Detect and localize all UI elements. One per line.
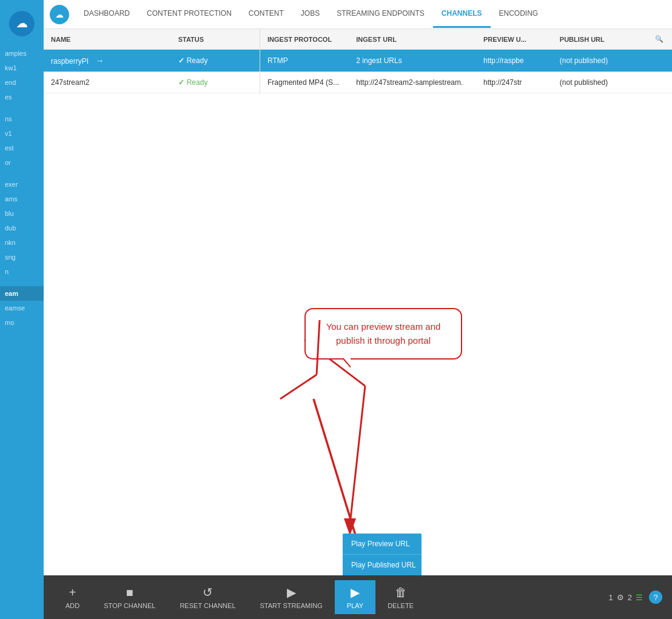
- delete-icon: 🗑: [395, 586, 407, 600]
- sidebar-item-est[interactable]: est: [0, 141, 44, 155]
- nav-encoding[interactable]: ENCODING: [491, 1, 547, 28]
- sidebar: ☁ amples kw1 end es ns v1 est or exer am…: [0, 0, 44, 619]
- reset-icon: ↺: [203, 585, 213, 600]
- table-row[interactable]: 247stream2 Ready Fragmented MP4 (S... ht…: [44, 72, 672, 93]
- svg-line-4: [317, 320, 320, 375]
- svg-line-1: [350, 386, 365, 524]
- search-icon-header[interactable]: 🔍: [648, 29, 672, 50]
- nav-dashboard[interactable]: DASHBOARD: [75, 1, 138, 28]
- sidebar-logo: ☁: [9, 11, 35, 36]
- callout-tail-outer: [342, 358, 351, 368]
- play-icon: ▶: [351, 585, 360, 600]
- list-icon[interactable]: ☰: [636, 593, 643, 602]
- toolbar-actions: + ADD ■ STOP CHANNEL ↺ RESET CHANNEL ▶ S…: [53, 580, 426, 614]
- sidebar-item-v1[interactable]: v1: [0, 126, 44, 141]
- bottom-toolbar: + ADD ■ STOP CHANNEL ↺ RESET CHANNEL ▶ S…: [44, 575, 672, 619]
- sidebar-section-2: exer ams blu dub nkn sng n: [0, 177, 44, 279]
- arrow-right-icon: →: [95, 56, 104, 65]
- callout-tail-inner: [343, 358, 351, 366]
- sidebar-item-ams[interactable]: ams: [0, 192, 44, 206]
- sidebar-item-eam[interactable]: eam: [0, 286, 44, 301]
- add-button[interactable]: + ADD: [53, 581, 92, 614]
- col-header-status: STATUS: [171, 29, 260, 50]
- cell-ingest-url: 2 ingest URLs: [349, 50, 476, 72]
- play-preview-url-item[interactable]: Play Preview URL: [343, 534, 422, 555]
- col-header-preview-url: PREVIEW U...: [476, 29, 553, 50]
- sidebar-item-amples[interactable]: amples: [0, 46, 44, 61]
- annotation-overlay: [44, 29, 672, 575]
- col-header-publish-url: PUBLISH URL: [553, 29, 648, 50]
- cell-publish-url: (not published): [553, 72, 648, 93]
- cell-empty: [648, 72, 672, 93]
- cell-name: raspberryPI →: [44, 50, 171, 72]
- nav-streaming-endpoints[interactable]: STREAMING ENDPOINTS: [328, 1, 433, 28]
- cell-preview-url: http://raspbe: [476, 50, 553, 72]
- svg-line-0: [304, 340, 365, 386]
- toolbar-number-1: 1: [609, 593, 613, 602]
- sidebar-item-eamseu[interactable]: eamse: [0, 301, 44, 315]
- nav-channels[interactable]: CHANNELS: [433, 1, 491, 28]
- col-header-ingest-url: INGEST URL: [349, 29, 476, 50]
- search-icon: 🔍: [655, 35, 664, 42]
- cell-ingest-protocol: RTMP: [260, 50, 349, 72]
- nav-items: DASHBOARD CONTENT PROTECTION CONTENT JOB…: [75, 1, 546, 28]
- sidebar-item-end[interactable]: end: [0, 75, 44, 90]
- cell-preview-url: http://247str: [476, 72, 553, 93]
- nav-jobs[interactable]: JOBS: [292, 1, 328, 28]
- sidebar-item-or[interactable]: or: [0, 155, 44, 170]
- sidebar-item-blu[interactable]: blu: [0, 206, 44, 221]
- callout: You can preview stream and publish it th…: [304, 308, 462, 360]
- cell-status: Ready: [171, 72, 260, 93]
- channels-table: NAME STATUS INGEST PROTOCOL INGEST URL P…: [44, 29, 672, 93]
- nav-content-protection[interactable]: CONTENT PROTECTION: [138, 1, 240, 28]
- toolbar-right: 1 ⚙ 2 ☰ ?: [609, 591, 662, 604]
- settings-icon[interactable]: ⚙: [617, 593, 624, 602]
- cell-ingest-url: http://247stream2-samplestream.: [349, 72, 476, 93]
- play-dropdown-menu: Play Preview URL Play Published URL: [343, 534, 422, 575]
- cell-ingest-protocol: Fragmented MP4 (S...: [260, 72, 349, 93]
- add-icon: +: [69, 586, 76, 600]
- callout-bubble: You can preview stream and publish it th…: [304, 308, 462, 360]
- help-icon[interactable]: ?: [649, 591, 662, 604]
- col-header-name: NAME: [44, 29, 171, 50]
- sidebar-item-nkn[interactable]: nkn: [0, 235, 44, 250]
- sidebar-item-exer[interactable]: exer: [0, 177, 44, 192]
- top-navigation: ☁ DASHBOARD CONTENT PROTECTION CONTENT J…: [44, 0, 672, 29]
- toolbar-number-2: 2: [628, 593, 632, 602]
- cell-status: Ready: [171, 50, 260, 72]
- sidebar-section-3: eam eamse mo: [0, 286, 44, 330]
- cell-empty: [648, 50, 672, 72]
- svg-line-5: [314, 399, 362, 557]
- start-streaming-button[interactable]: ▶ START STREAMING: [248, 580, 335, 614]
- channels-table-container: NAME STATUS INGEST PROTOCOL INGEST URL P…: [44, 29, 672, 93]
- main-content: ☁ DASHBOARD CONTENT PROTECTION CONTENT J…: [44, 0, 672, 619]
- svg-line-3: [280, 375, 317, 399]
- sidebar-item-sng[interactable]: sng: [0, 250, 44, 264]
- sidebar-item-es[interactable]: es: [0, 90, 44, 104]
- cloud-icon: ☁: [55, 10, 64, 19]
- stop-channel-button[interactable]: ■ STOP CHANNEL: [92, 581, 167, 614]
- stop-icon: ■: [126, 586, 133, 600]
- sidebar-item-n[interactable]: n: [0, 264, 44, 279]
- nav-content[interactable]: CONTENT: [240, 1, 292, 28]
- sidebar-item-kw1[interactable]: kw1: [0, 61, 44, 75]
- sidebar-item-dub[interactable]: dub: [0, 221, 44, 235]
- reset-channel-button[interactable]: ↺ RESET CHANNEL: [167, 580, 247, 614]
- content-area: NAME STATUS INGEST PROTOCOL INGEST URL P…: [44, 29, 672, 575]
- cell-publish-url: (not published): [553, 50, 648, 72]
- table-row[interactable]: raspberryPI → Ready RTMP 2 ingest URLs h…: [44, 50, 672, 72]
- sidebar-item-ns[interactable]: ns: [0, 112, 44, 126]
- start-streaming-icon: ▶: [287, 585, 296, 600]
- col-header-ingest-protocol: INGEST PROTOCOL: [260, 29, 349, 50]
- cell-name: 247stream2: [44, 72, 171, 93]
- sidebar-item-mo[interactable]: mo: [0, 315, 44, 330]
- delete-button[interactable]: 🗑 DELETE: [375, 581, 426, 614]
- sidebar-section: ns v1 est or: [0, 112, 44, 170]
- play-published-url-item[interactable]: Play Published URL: [343, 555, 422, 575]
- topnav-logo: ☁: [50, 5, 69, 24]
- play-button[interactable]: ▶ PLAY: [335, 580, 375, 614]
